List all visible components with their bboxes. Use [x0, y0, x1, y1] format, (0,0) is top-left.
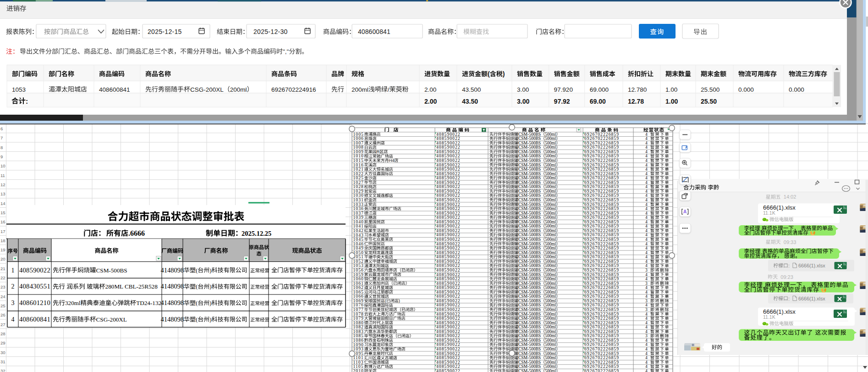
svg-text:.6666: .6666: [128, 229, 145, 237]
svg-text:1009: 1009: [353, 150, 364, 154]
svg-text:22: 22: [0, 275, 5, 280]
svg-text:H4: H4: [389, 158, 395, 163]
svg-text:2025-12-30: 2025-12-30: [253, 28, 288, 35]
svg-text:): ): [209, 267, 211, 274]
svg-text:1053: 1053: [12, 86, 26, 93]
svg-text:(: (: [385, 299, 386, 303]
svg-text:1061: 1061: [353, 281, 364, 286]
svg-text:21: 21: [0, 266, 5, 271]
svg-text:2010: 2010: [353, 369, 364, 372]
svg-text:12: 12: [0, 182, 5, 187]
svg-text:1025: 1025: [353, 176, 364, 180]
svg-text:): ): [399, 299, 400, 303]
svg-text:1082: 1082: [353, 325, 364, 329]
svg-text:14:02: 14:02: [781, 194, 797, 200]
svg-text:1029: 1029: [353, 189, 364, 194]
svg-text:11: 11: [0, 173, 5, 178]
svg-text:1086: 1086: [353, 338, 364, 343]
svg-text:30: 30: [0, 350, 5, 355]
svg-text:1006: 1006: [353, 136, 364, 141]
svg-text:10: 10: [0, 163, 5, 168]
svg-text:12.78: 12.78: [628, 98, 644, 105]
svg-text:4148098: 4148098: [161, 283, 184, 290]
svg-text:280ML CBL-25R528: 280ML CBL-25R528: [105, 283, 158, 290]
svg-text:23: 23: [0, 284, 5, 289]
svg-text:43.500: 43.500: [462, 86, 481, 93]
svg-text:1053: 1053: [353, 263, 364, 268]
svg-text:6666(1).xlsx: 6666(1).xlsx: [798, 263, 825, 268]
svg-text:408600841: 408600841: [358, 28, 390, 35]
svg-text:200ml: 200ml: [352, 86, 368, 93]
svg-text:1079: 1079: [353, 316, 364, 321]
svg-text:1049: 1049: [353, 246, 364, 250]
svg-text:0.000: 0.000: [789, 86, 804, 93]
svg-text:320ml: 320ml: [65, 300, 81, 306]
svg-text::: :: [788, 263, 790, 268]
svg-text:13: 13: [0, 191, 5, 196]
svg-text:4: 4: [11, 316, 15, 323]
svg-text:11.1K: 11.1K: [763, 314, 775, 320]
svg-text:17: 17: [0, 229, 5, 234]
svg-text:1101: 1101: [353, 355, 364, 360]
svg-text:408590022: 408590022: [19, 267, 50, 274]
svg-text:20: 20: [0, 256, 5, 261]
svg-text:69.000: 69.000: [590, 86, 609, 93]
svg-text:1037: 1037: [353, 211, 364, 216]
svg-text:408430551: 408430551: [19, 283, 50, 290]
svg-text:1062: 1062: [353, 285, 364, 290]
svg-text:97.92: 97.92: [554, 98, 570, 105]
svg-text:TD24-132: TD24-132: [136, 300, 161, 306]
svg-text:1083: 1083: [353, 329, 364, 334]
svg-text:1093: 1093: [353, 347, 364, 351]
svg-text:7: 7: [0, 135, 3, 140]
svg-text:1059: 1059: [353, 272, 364, 277]
svg-text:408600841: 408600841: [19, 316, 50, 323]
svg-text:1042: 1042: [353, 228, 364, 233]
svg-text:1028: 1028: [353, 184, 364, 189]
svg-text:4148098: 4148098: [161, 299, 184, 306]
svg-text:1077: 1077: [353, 307, 364, 312]
svg-text:1066: 1066: [353, 294, 364, 299]
svg-text:09:23: 09:23: [778, 274, 793, 280]
svg-text:2: 2: [11, 283, 15, 290]
svg-text:1078: 1078: [353, 312, 364, 316]
svg-text:32: 32: [0, 368, 5, 372]
svg-text:3: 3: [11, 300, 15, 306]
svg-text:1046: 1046: [353, 242, 364, 246]
svg-text:1.00: 1.00: [665, 98, 678, 105]
svg-text:1031: 1031: [353, 198, 364, 202]
svg-text:24: 24: [0, 294, 5, 299]
svg-text:1080: 1080: [353, 321, 364, 325]
svg-text:1033: 1033: [353, 202, 364, 207]
svg-text:2025-12-15: 2025-12-15: [148, 28, 182, 35]
svg-text:(: (: [196, 267, 198, 274]
svg-text:28: 28: [0, 331, 5, 336]
svg-text:4148098: 4148098: [161, 267, 184, 274]
svg-text:(: (: [196, 300, 198, 306]
svg-text:15: 15: [0, 210, 5, 215]
svg-text:/: /: [388, 86, 390, 93]
svg-text:14: 14: [0, 201, 5, 206]
svg-text:): ): [209, 283, 211, 290]
svg-text:3.00: 3.00: [517, 98, 529, 105]
svg-text:408600841: 408600841: [99, 86, 130, 93]
svg-text:1041: 1041: [353, 224, 364, 228]
svg-text:): ): [209, 316, 211, 323]
svg-text:6666(1).xlsx: 6666(1).xlsx: [798, 296, 825, 301]
svg-text:): ): [503, 70, 505, 78]
svg-text:31: 31: [0, 359, 5, 364]
svg-text:",": ",": [283, 48, 289, 55]
svg-text:1.00: 1.00: [665, 86, 677, 93]
svg-text:1036: 1036: [353, 206, 364, 211]
svg-text:A: A: [683, 209, 687, 214]
svg-text::: :: [788, 296, 790, 301]
svg-text:1022: 1022: [353, 172, 364, 176]
svg-text:1090: 1090: [353, 343, 364, 347]
svg-text:1060: 1060: [353, 277, 364, 281]
svg-text:09:33: 09:33: [781, 239, 797, 245]
svg-text:8: 8: [0, 145, 3, 150]
svg-text:1103: 1103: [353, 360, 364, 365]
svg-text:11.1K: 11.1K: [763, 210, 775, 216]
svg-text:1005: 1005: [353, 132, 364, 137]
svg-text:408601210: 408601210: [19, 299, 50, 306]
